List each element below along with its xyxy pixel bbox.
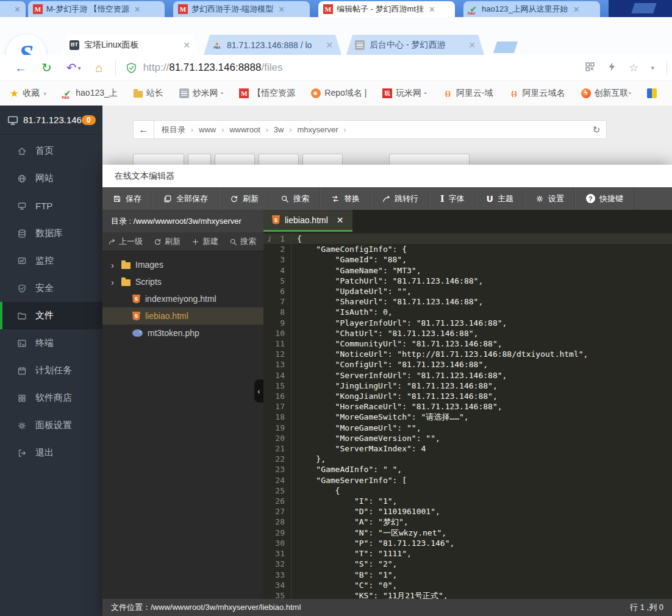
page-tab[interactable]: 后台中心 - 梦幻西游✕ <box>346 35 484 55</box>
page-tab[interactable]: ▲PMA81.71.123.146:888 / lo✕ <box>204 35 341 55</box>
close-icon[interactable]: ✕ <box>326 40 333 50</box>
搜索-button[interactable]: 搜索 <box>224 232 262 251</box>
browser-tab[interactable]: ✔haohao123_上网从这里开始✕ <box>463 1 600 17</box>
bookmark-item[interactable]: (-)阿里云域名 <box>509 88 565 99</box>
close-icon[interactable]: ✕ <box>14 5 21 14</box>
undo-icon[interactable]: ↶ <box>66 60 77 75</box>
home-icon[interactable]: ⌂ <box>96 61 103 75</box>
sidebar-item-面板设置[interactable]: 面板设置 <box>0 412 102 439</box>
lightning-icon[interactable] <box>607 62 617 74</box>
back-icon[interactable]: ← <box>15 61 27 75</box>
browser-tab[interactable]: ✕ <box>0 1 26 17</box>
close-icon[interactable]: ✕ <box>429 5 435 14</box>
browser-tab[interactable]: MM-梦幻手游 【悟空资源✕ <box>28 1 165 17</box>
new-page-tab-button[interactable] <box>493 41 518 53</box>
breadcrumb-separator: › <box>344 126 346 134</box>
替换-button[interactable]: 替换 <box>320 187 371 210</box>
line-number: 27 <box>263 506 291 517</box>
bookmark-item[interactable]: ϟ创新互联- <box>581 88 632 99</box>
sidebar-item-计划任务[interactable]: 计划任务 <box>0 357 102 384</box>
sidebar-item-安全[interactable]: 安全 <box>0 274 102 302</box>
bookmark-item[interactable]: ★收藏▾ <box>10 87 46 100</box>
sidebar-item-退出[interactable]: 退出 <box>0 439 102 467</box>
breadcrumb-segment[interactable]: mhxyserver <box>297 125 338 134</box>
tree-item-mt3token.php[interactable]: mt3token.php <box>102 324 263 342</box>
server-header[interactable]: 81.71.123.146 0 <box>0 106 102 135</box>
message-count-badge[interactable]: 0 <box>82 115 96 125</box>
refresh-icon <box>230 195 238 203</box>
breadcrumb-segment[interactable]: 3w <box>274 125 284 134</box>
sidebar-item-label: 监控 <box>35 255 54 267</box>
tab-title: 梦幻西游手游-端游模型 <box>191 4 273 15</box>
bookmark-item[interactable]: (-)阿里云-域 <box>443 88 493 99</box>
跳转行-button[interactable]: 跳转行 <box>371 187 429 210</box>
folder-icon <box>121 279 130 286</box>
browser-tab[interactable]: M梦幻西游手游-端游模型✕ <box>173 1 310 17</box>
undo-caret-icon[interactable]: ▾ <box>78 65 81 71</box>
bookmark-item[interactable]: ✔haohao123_上 <box>62 88 118 99</box>
上一级-button[interactable]: 上一级 <box>102 232 148 251</box>
主题-button[interactable]: U主题 <box>476 187 524 210</box>
全部保存-button[interactable]: 全部保存 <box>152 187 219 210</box>
document-favicon <box>179 88 189 98</box>
code-area[interactable]: 1i{2 "GameConfigInfo": {3 "GameId": "88"… <box>263 232 672 599</box>
刷新-button[interactable]: 刷新 <box>148 232 186 251</box>
tree-item-liebiao.html[interactable]: 5liebiao.html <box>102 307 263 324</box>
字体-button[interactable]: I字体 <box>429 187 476 210</box>
bookmark-item[interactable]: 炒米网 - <box>179 88 224 99</box>
close-icon[interactable]: ✕ <box>337 215 344 225</box>
快捷键-button[interactable]: ?快捷键 <box>575 187 634 210</box>
新建-button[interactable]: 新建 <box>186 232 224 251</box>
sidebar-item-数据库[interactable]: 数据库 <box>0 220 102 247</box>
sidebar-item-FTP[interactable]: FTP <box>0 192 102 220</box>
security-shield-icon[interactable] <box>126 62 137 74</box>
shield-icon <box>17 284 27 293</box>
editor-tab-liebiao[interactable]: 5 liebiao.html ✕ <box>263 210 352 232</box>
address-caret-icon[interactable]: ▾ <box>651 64 654 72</box>
close-icon[interactable]: ✕ <box>183 40 190 50</box>
bookmark-item[interactable]: 站长 <box>134 88 163 99</box>
close-icon[interactable]: ✕ <box>468 40 476 50</box>
new-tab-shape[interactable] <box>631 3 657 13</box>
code-line: 17 "HorseRaceUrl": "81.71.123.146:88", <box>263 401 672 412</box>
sidebar-item-终端[interactable]: 终端 <box>0 329 102 357</box>
code-text: "ConfigUrl": "81.71.123.146:88", <box>291 359 672 370</box>
bookmark-item[interactable]: 玩玩米网 - <box>382 88 427 99</box>
breadcrumb-segment[interactable]: 根目录 <box>162 124 185 135</box>
close-icon[interactable]: ✕ <box>278 5 285 14</box>
refresh-icon[interactable]: ↻ <box>41 60 52 75</box>
code-line: 10 "ChatUrl": "81.71.123.146:88", <box>263 328 672 338</box>
qr-code-icon[interactable] <box>585 62 595 74</box>
刷新-button[interactable]: 刷新 <box>219 187 270 210</box>
tree-item-Images[interactable]: ›Images <box>102 256 263 273</box>
code-text: "ServerInfoUrl": "81.71.123.146:88", <box>291 370 672 381</box>
tree-item-Scripts[interactable]: ›Scripts <box>102 273 263 290</box>
chevron-right-icon[interactable]: › <box>111 277 121 287</box>
bookmark-item[interactable]: Repo域名 | <box>311 88 366 99</box>
tab-title: M-梦幻手游 【悟空资源 <box>46 4 129 15</box>
保存-button[interactable]: 保存 <box>102 187 152 210</box>
browser-tab[interactable]: M编辑帖子 - 梦幻西游mt挂✕ <box>318 1 455 17</box>
code-line: 19 "MoreGameUrl": "", <box>263 423 672 433</box>
bookmark-item[interactable]: M【悟空资源 <box>239 88 295 99</box>
path-back-button[interactable]: ← <box>134 121 154 138</box>
favorite-star-icon[interactable]: ☆ <box>629 61 638 74</box>
breadcrumb-segment[interactable]: wwwroot <box>229 125 260 134</box>
chevron-right-icon[interactable]: › <box>111 260 121 270</box>
sidebar-item-软件商店[interactable]: 软件商店 <box>0 384 102 412</box>
sidebar-item-网站[interactable]: 网站 <box>0 165 102 192</box>
url-text[interactable]: http://81.71.123.146:8888/files <box>143 62 283 74</box>
设置-button[interactable]: 设置 <box>524 187 575 210</box>
path-refresh-button[interactable]: ↻ <box>587 121 606 138</box>
breadcrumb-segment[interactable]: www <box>199 125 216 134</box>
tree-item-indexmeiyong.html[interactable]: 5indexmeiyong.html <box>102 290 263 307</box>
sidebar-item-监控[interactable]: 监控 <box>0 247 102 274</box>
sidebar-item-首页[interactable]: 首页 <box>0 137 102 165</box>
close-icon[interactable]: ✕ <box>573 5 580 14</box>
page-tab[interactable]: BT宝塔Linux面板✕ <box>61 35 199 55</box>
collapse-panel-handle[interactable]: ‹ <box>254 379 263 403</box>
搜索-button[interactable]: 搜索 <box>270 187 320 210</box>
sidebar-item-文件[interactable]: 文件 <box>0 302 102 329</box>
close-icon[interactable]: ✕ <box>134 5 141 14</box>
code-editor[interactable]: 5 liebiao.html ✕ 1i{2 "GameConfigInfo": … <box>263 210 672 599</box>
